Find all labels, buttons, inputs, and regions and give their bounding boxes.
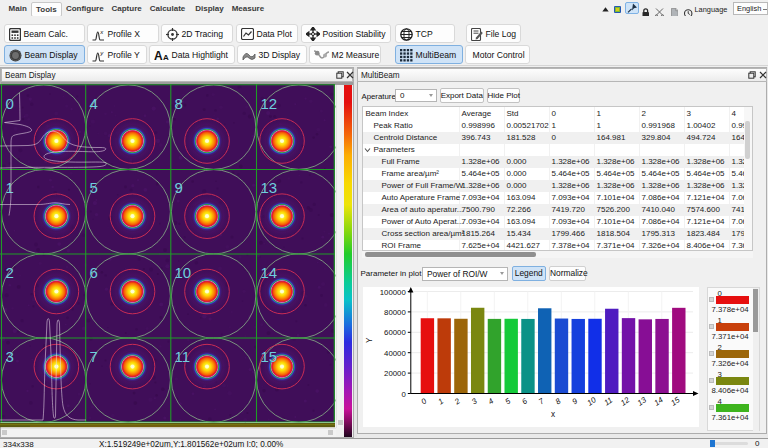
svg-text:12: 12	[261, 95, 278, 112]
svg-text:1: 1	[6, 179, 14, 196]
svg-text:10: 10	[175, 264, 192, 281]
svg-text:3: 3	[6, 348, 14, 365]
svg-text:5: 5	[90, 179, 98, 196]
svg-text:11: 11	[175, 348, 191, 365]
svg-text:100000: 100000	[380, 287, 407, 296]
svg-text:13: 13	[261, 179, 278, 196]
svg-text:0: 0	[6, 95, 14, 112]
svg-text:14: 14	[261, 264, 278, 281]
svg-text:0: 0	[401, 389, 406, 398]
svg-text:x: x	[99, 28, 104, 34]
svg-text:80000: 80000	[384, 307, 406, 316]
svg-text:8: 8	[175, 95, 183, 112]
svg-text:9: 9	[175, 179, 183, 196]
svg-text:y: y	[99, 49, 104, 55]
svg-text:A: A	[154, 49, 163, 61]
svg-text:Y: Y	[365, 337, 374, 343]
svg-text:6: 6	[90, 264, 98, 281]
svg-text:2: 2	[6, 264, 14, 281]
svg-text:60000: 60000	[384, 328, 406, 337]
svg-text:40000: 40000	[384, 348, 406, 357]
svg-text:x: x	[551, 410, 555, 419]
svg-text:4: 4	[90, 95, 98, 112]
svg-text:15: 15	[261, 348, 278, 365]
svg-text:7: 7	[90, 348, 98, 365]
svg-text:A: A	[163, 53, 169, 61]
svg-text:20000: 20000	[384, 369, 406, 378]
